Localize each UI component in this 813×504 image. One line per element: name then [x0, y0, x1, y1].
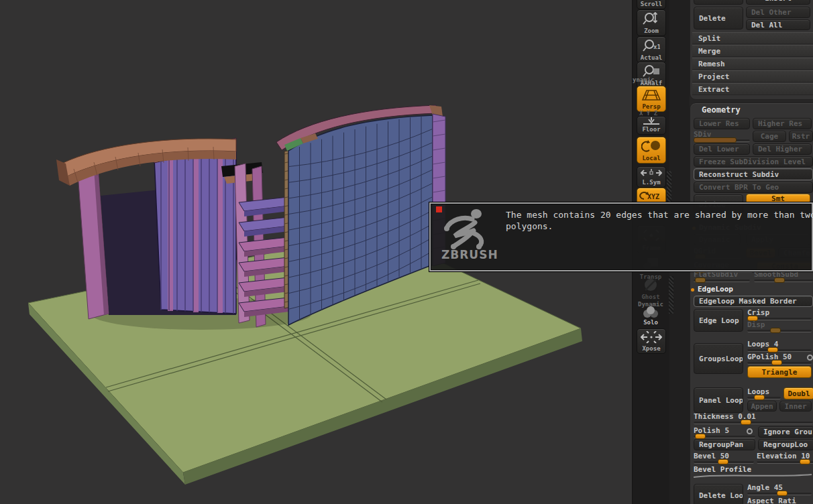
freeze-subdivision-button[interactable]: Freeze SubDivision Level [694, 156, 813, 167]
clipped-top-button[interactable] [694, 0, 743, 5]
ghost-slash-icon [637, 276, 665, 294]
convert-bpr-label: Convert BPR To Geo [699, 183, 779, 192]
extract-row[interactable]: Extract [692, 83, 813, 95]
geometry-title[interactable]: Geometry [702, 105, 741, 115]
remesh-row[interactable]: Remesh [692, 58, 813, 70]
del-all-label: Del All [751, 21, 782, 29]
solo-label: Solo [643, 319, 658, 327]
edgeloop-title[interactable]: EdgeLoop [698, 285, 733, 294]
polish-slider[interactable]: Polish 5 [694, 427, 755, 438]
local-button[interactable]: Local [637, 137, 666, 164]
aahalf-button[interactable]: AAHalf [637, 62, 666, 88]
ignore-groups-button[interactable]: Ignore Grou [758, 426, 813, 438]
inner-button[interactable]: Inner [779, 401, 812, 412]
bevel-slider[interactable]: Bevel 50 [694, 452, 754, 464]
xpose-arrows-icon [637, 329, 665, 345]
angle-label: Angle [747, 483, 769, 492]
regroup-panels-button[interactable]: RegroupPan [694, 439, 755, 450]
svg-text:x1: x1 [653, 44, 660, 50]
double-button[interactable]: Doubl [783, 387, 813, 399]
reconstruct-subdiv-label: Reconstruct Subdiv [699, 170, 779, 179]
loops-label: Loops [747, 340, 769, 349]
crisp-slider[interactable]: Crisp [747, 309, 812, 320]
local-rotate-icon [637, 137, 665, 155]
panel-loops-loops-slider[interactable]: Loops [747, 388, 781, 399]
split-row[interactable]: Split [692, 32, 813, 44]
disp-label: Disp [747, 320, 765, 329]
del-lower-button[interactable]: Del Lower [694, 143, 750, 155]
gpolish-mode-ring[interactable] [807, 355, 813, 361]
loops-slider[interactable]: Loops 4 [747, 340, 812, 352]
convert-bpr-button[interactable]: Convert BPR To Geo [694, 182, 813, 193]
delete-loops-label: Delete Loop [699, 491, 743, 500]
extract-label: Extract [698, 85, 729, 94]
higher-res-label: Higher Res [758, 119, 802, 128]
perspective-grid-icon [637, 86, 665, 103]
thickness-slider[interactable]: Thickness 0.01 [694, 413, 813, 424]
triangle-button[interactable]: Triangle [747, 366, 812, 378]
flatsubdiv-slider[interactable]: FlatSubdiv [694, 271, 750, 282]
xpose-label: Xpose [642, 345, 660, 353]
append-button[interactable]: Appen [747, 401, 777, 412]
actual-button[interactable]: x1 Actual [637, 36, 666, 63]
elevation-slider[interactable]: Elevation 10 [757, 452, 813, 464]
del-higher-label: Del Higher [758, 145, 802, 153]
project-label: Project [698, 72, 729, 81]
remesh-label: Remesh [698, 60, 725, 68]
groupsloops-label: GroupsLoops [699, 355, 743, 363]
gutter-grip-2[interactable] [669, 276, 673, 314]
merge-row[interactable]: Merge [692, 45, 813, 57]
lsym-label: L.Sym [642, 179, 660, 187]
cage-button[interactable]: Cage [753, 131, 786, 142]
groupsloops-button[interactable]: GroupsLoops [694, 343, 743, 374]
regroup-loops-label: RegroupLoo [763, 440, 808, 449]
magnifier-updown-icon [637, 10, 665, 27]
angle-slider[interactable]: Angle 45 [747, 484, 812, 495]
persp-button[interactable]: Persp [637, 86, 666, 112]
gutter-grip[interactable] [667, 171, 671, 203]
sdiv-slider[interactable]: SDiv [694, 131, 750, 142]
edge-loop-button[interactable]: Edge Loop [694, 309, 743, 332]
split-label: Split [698, 34, 720, 43]
bevel-profile-curve[interactable] [694, 469, 813, 480]
delete-loops-button[interactable]: Delete Loop [694, 484, 743, 504]
floor-arrow-icon [637, 117, 665, 126]
lower-res-button[interactable]: Lower Res [694, 118, 750, 129]
del-higher-button[interactable]: Del Higher [753, 143, 812, 155]
double-label: Doubl [788, 389, 810, 398]
reconstruct-subdiv-button[interactable]: Reconstruct Subdiv [694, 168, 813, 180]
ghost-button[interactable]: Ghost [637, 276, 665, 302]
xpose-button[interactable]: Xpose [637, 328, 666, 354]
aspect-ratio-slider[interactable]: Aspect Rati [747, 497, 812, 504]
delete-button[interactable]: Delete [694, 7, 743, 29]
project-row[interactable]: Project [692, 70, 813, 82]
freeze-subdivision-label: Freeze SubDivision Level [699, 158, 806, 166]
floor-button[interactable]: Floor [637, 116, 666, 135]
disp-slider[interactable]: Disp [747, 321, 812, 332]
solo-button[interactable]: Solo [637, 306, 665, 327]
del-all-button[interactable]: Del All [746, 19, 810, 30]
lsym-button[interactable]: L.Sym [637, 166, 666, 188]
lsym-arrows-icon [637, 167, 665, 179]
gpolish-slider[interactable]: GPolish 50 [747, 353, 812, 365]
del-lower-label: Del Lower [699, 145, 739, 153]
regroup-loops-button[interactable]: RegroupLoo [758, 439, 813, 450]
scroll-button[interactable]: Scroll [637, 0, 666, 9]
rstr-button[interactable]: Rstr [789, 131, 813, 142]
del-other-button[interactable]: Del Other [746, 7, 810, 18]
note-dialog[interactable]: ZBRUSH The mesh contains 20 edges that a… [429, 202, 813, 271]
higher-res-button[interactable]: Higher Res [753, 118, 812, 129]
bevel-label: Bevel [694, 452, 716, 460]
smoothsubdiv-slider[interactable]: SmoothSubd [754, 271, 813, 282]
polish-mode-ring[interactable] [747, 428, 753, 434]
edgeloop-masked-border-button[interactable]: Edgeloop Masked Border [694, 296, 813, 307]
insert-button[interactable]: Insert [746, 0, 810, 5]
note-message: The mesh contains 20 edges that are shar… [506, 209, 813, 232]
svg-text:XYZ: XYZ [647, 193, 659, 200]
zoom-button[interactable]: Zoom [637, 9, 666, 36]
magnifier-x1-icon: x1 [637, 37, 665, 54]
aspect-ratio-label: Aspect Rati [747, 497, 796, 504]
panel-loops-button[interactable]: Panel Loops [694, 387, 743, 413]
zbrush-window: Scroll Zoom x1 Actual AAHalf ynamic Pers… [0, 0, 813, 504]
gpolish-value: 50 [783, 353, 792, 361]
